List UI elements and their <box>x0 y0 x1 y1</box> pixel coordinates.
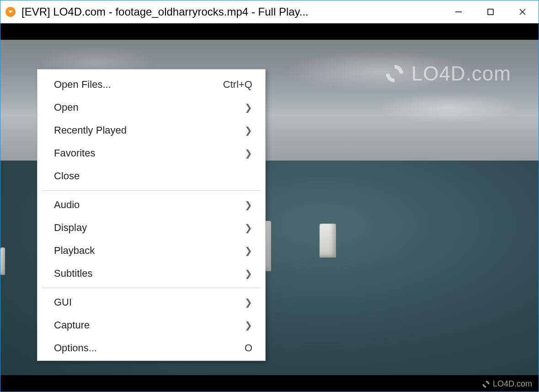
context-menu: Open Files... Ctrl+Q Open ❯ Recently Pla… <box>37 69 266 361</box>
watermark-small: LO4D.com <box>482 379 532 389</box>
menu-recently-played[interactable]: Recently Played ❯ <box>37 119 265 142</box>
titlebar[interactable]: [EVR] LO4D.com - footage_oldharryrocks.m… <box>0 0 539 23</box>
menu-label: Close <box>54 170 252 182</box>
chevron-right-icon: ❯ <box>245 125 252 136</box>
menu-close[interactable]: Close <box>37 165 265 188</box>
chevron-right-icon: ❯ <box>245 320 252 331</box>
chevron-right-icon: ❯ <box>245 199 252 210</box>
menu-audio[interactable]: Audio ❯ <box>37 193 265 216</box>
menu-open-files[interactable]: Open Files... Ctrl+Q <box>37 73 265 96</box>
menu-shortcut: O <box>245 342 252 354</box>
refresh-icon <box>384 63 405 84</box>
menu-subtitles[interactable]: Subtitles ❯ <box>37 262 265 285</box>
maximize-button[interactable] <box>475 0 507 23</box>
menu-playback[interactable]: Playback ❯ <box>37 239 265 262</box>
menu-label: Subtitles <box>54 268 235 279</box>
app-window: [EVR] LO4D.com - footage_oldharryrocks.m… <box>0 0 539 392</box>
menu-label: Playback <box>54 245 235 257</box>
chevron-right-icon: ❯ <box>245 245 252 256</box>
menu-label: Capture <box>54 319 235 331</box>
chevron-right-icon: ❯ <box>245 148 252 159</box>
minimize-button[interactable] <box>443 0 475 23</box>
menu-label: Favorites <box>54 147 235 159</box>
video-area[interactable]: LO4D.com LO4D.com LO4D.com Open <box>0 23 539 392</box>
watermark-text: LO4D.com <box>411 62 511 85</box>
close-button[interactable] <box>507 0 539 23</box>
menu-separator <box>42 190 261 191</box>
menu-open[interactable]: Open ❯ <box>37 96 265 119</box>
chevron-right-icon: ❯ <box>245 222 252 233</box>
app-icon <box>5 6 16 17</box>
chevron-right-icon: ❯ <box>245 297 252 308</box>
menu-separator <box>42 288 261 288</box>
menu-label: Display <box>54 222 235 234</box>
watermark-text: LO4D.com <box>493 379 532 389</box>
menu-label: Options... <box>54 342 235 354</box>
menu-label: Audio <box>54 199 235 211</box>
menu-capture[interactable]: Capture ❯ <box>37 314 265 337</box>
chevron-right-icon: ❯ <box>245 102 252 113</box>
window-controls <box>443 0 539 23</box>
menu-label: GUI <box>54 296 235 308</box>
chevron-right-icon: ❯ <box>245 268 252 279</box>
menu-shortcut: Ctrl+Q <box>223 79 252 91</box>
menu-options[interactable]: Options... O <box>37 337 265 360</box>
window-title: [EVR] LO4D.com - footage_oldharryrocks.m… <box>21 5 443 18</box>
menu-gui[interactable]: GUI ❯ <box>37 291 265 314</box>
menu-display[interactable]: Display ❯ <box>37 216 265 239</box>
menu-favorites[interactable]: Favorites ❯ <box>37 142 265 165</box>
menu-label: Open Files... <box>54 79 214 91</box>
svg-rect-2 <box>488 9 493 15</box>
refresh-icon <box>482 380 490 388</box>
menu-label: Recently Played <box>54 124 235 136</box>
menu-label: Open <box>54 102 235 113</box>
watermark-large: LO4D.com <box>384 62 511 85</box>
